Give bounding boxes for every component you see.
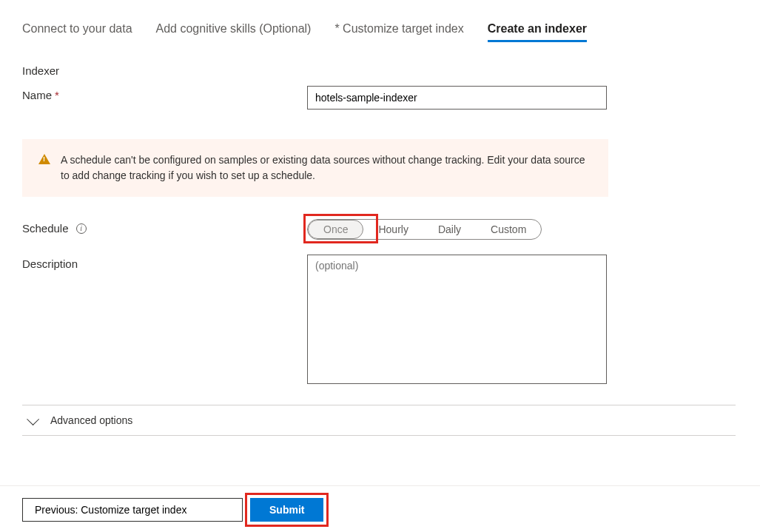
schedule-option-hourly[interactable]: Hourly <box>363 220 423 239</box>
label-description: Description <box>22 255 307 270</box>
footer-bar: Previous: Customize target index Submit <box>0 485 760 532</box>
description-input[interactable] <box>307 255 607 384</box>
name-input[interactable] <box>307 86 607 110</box>
advanced-options-label: Advanced options <box>50 414 132 426</box>
required-asterisk: * <box>55 89 59 101</box>
warning-text: A schedule can't be configured on sample… <box>61 152 592 183</box>
warning-icon <box>38 154 50 164</box>
section-heading-indexer: Indexer <box>22 64 738 77</box>
previous-button[interactable]: Previous: Customize target index <box>22 498 243 522</box>
schedule-toggle-group: Once Hourly Daily Custom <box>307 219 542 240</box>
schedule-option-daily[interactable]: Daily <box>423 220 476 239</box>
warning-banner: A schedule can't be configured on sample… <box>22 139 608 197</box>
schedule-option-custom[interactable]: Custom <box>476 220 541 239</box>
tab-customize[interactable]: * Customize target index <box>334 22 463 42</box>
submit-button[interactable]: Submit <box>250 498 323 522</box>
schedule-option-once[interactable]: Once <box>308 220 363 239</box>
tab-cognitive[interactable]: Add cognitive skills (Optional) <box>156 22 312 42</box>
tab-connect[interactable]: Connect to your data <box>22 22 132 42</box>
advanced-options-toggle[interactable]: Advanced options <box>22 405 736 436</box>
tab-create-indexer[interactable]: Create an indexer <box>488 22 587 42</box>
wizard-tabs: Connect to your data Add cognitive skill… <box>22 22 738 42</box>
chevron-down-icon <box>27 413 39 425</box>
label-schedule: Schedule i <box>22 219 307 235</box>
label-name: Name * <box>22 86 307 101</box>
info-icon[interactable]: i <box>76 223 87 234</box>
